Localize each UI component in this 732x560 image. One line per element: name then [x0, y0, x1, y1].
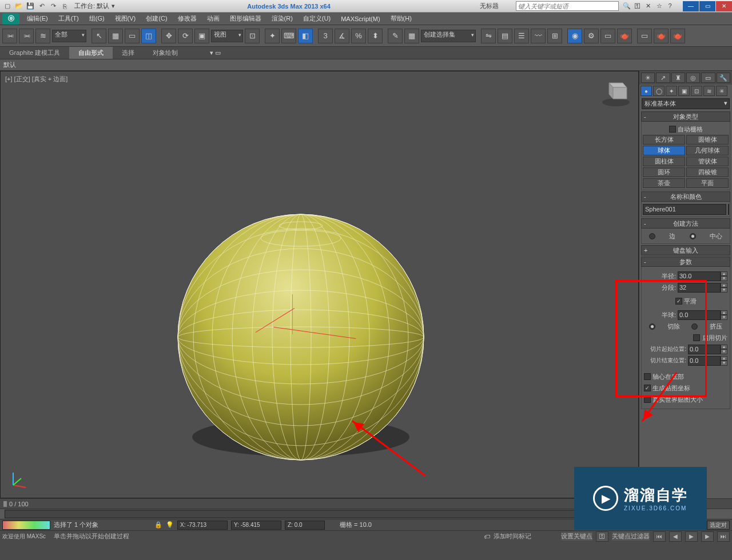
radio-squash[interactable] [691, 323, 698, 330]
angle-snap-button[interactable]: ∡ [335, 29, 349, 43]
tab-motion-icon[interactable]: ◎ [686, 73, 700, 83]
material-editor-button[interactable]: ◉ [567, 29, 582, 43]
menu-grapheditor[interactable]: 图形编辑器 [225, 14, 266, 23]
tab-modify-icon[interactable]: ↗ [656, 73, 670, 83]
spacewarps-icon[interactable]: ≋ [703, 86, 715, 96]
rotate-button[interactable]: ⟳ [178, 29, 193, 43]
unlink-button[interactable]: ⫘ [19, 29, 34, 43]
rollout-object-type[interactable]: 对象类型 [641, 111, 730, 122]
named-selection-dropdown[interactable]: 创建选择集 [421, 30, 476, 42]
goto-end-button[interactable]: ⏭ [717, 531, 730, 542]
systems-icon[interactable]: ✳ [716, 86, 727, 96]
render-button[interactable]: 🫖 [617, 29, 632, 43]
spinner-snap-button[interactable]: ⬍ [368, 29, 383, 43]
next-frame-button[interactable]: ▶ [701, 531, 714, 542]
viewport[interactable]: [+] [正交] [真实 + 边面] [0, 71, 639, 498]
render-frame-button[interactable]: ▭ [600, 29, 615, 43]
shapes-icon[interactable]: ◯ [653, 86, 665, 96]
snap3-button[interactable]: 3 [318, 29, 333, 43]
help-icon[interactable]: ? [666, 2, 674, 10]
menu-help[interactable]: 帮助(H) [385, 14, 417, 23]
redo-icon[interactable]: ↷ [48, 1, 58, 11]
goto-start-button[interactable]: ⏮ [653, 531, 666, 542]
realworld-checkbox[interactable] [644, 396, 651, 403]
named-sel-edit-button[interactable]: ✎ [388, 29, 403, 43]
geometry-icon[interactable]: ● [640, 86, 652, 96]
menu-group[interactable]: 组(G) [84, 14, 110, 23]
viewport-label[interactable]: [+] [正交] [真实 + 边面] [5, 75, 67, 83]
tab-freeform[interactable]: 自由形式 [69, 47, 113, 59]
slice-checkbox[interactable] [693, 334, 700, 341]
radio-center[interactable] [690, 233, 696, 239]
rollout-keyboard[interactable]: 键盘输入 [641, 245, 730, 255]
menu-view[interactable]: 视图(V) [110, 14, 141, 23]
btn-torus[interactable]: 圆环 [643, 167, 685, 177]
basepivot-checkbox[interactable] [644, 373, 651, 380]
minimize-button[interactable]: — [683, 1, 699, 11]
viewcube[interactable] [600, 76, 631, 107]
primitive-category-dropdown[interactable]: 标准基本体 [642, 98, 730, 109]
menu-create[interactable]: 创建(C) [141, 14, 172, 23]
radio-chop[interactable] [649, 323, 655, 330]
btn-cone[interactable]: 圆锥体 [686, 135, 729, 145]
rollout-creation[interactable]: 创建方法 [641, 218, 730, 229]
rollout-params[interactable]: 参数 [641, 257, 730, 267]
tab-graphite[interactable]: Graphite 建模工具 [0, 47, 69, 59]
render-setup-button[interactable]: ⚙ [584, 29, 599, 43]
add-time-tag[interactable]: 添加时间标记 [494, 532, 531, 541]
teapot-render-button[interactable]: 🫖 [654, 29, 669, 43]
menu-customize[interactable]: 自定义(U) [298, 14, 336, 23]
sphere-object[interactable] [172, 209, 429, 466]
setkey-button[interactable]: 设置关键点 [561, 532, 592, 541]
select-name-button[interactable]: ▦ [108, 29, 123, 43]
layers-button[interactable]: ☰ [514, 29, 529, 43]
workspace-label[interactable]: 工作台: 默认 [72, 2, 112, 10]
named-sel-button[interactable]: ▦ [404, 29, 419, 43]
play-button[interactable]: ▶ [685, 531, 698, 542]
tab-objectpaint[interactable]: 对象绘制 [144, 47, 187, 59]
menu-maxscript[interactable]: MAXScript(M) [336, 15, 385, 22]
exchange-icon[interactable]: ✕ [644, 2, 653, 10]
new-icon[interactable]: ▢ [2, 1, 13, 11]
lock-icon[interactable]: 🔒 [154, 521, 162, 529]
object-name-input[interactable] [643, 204, 726, 215]
align-button[interactable]: ▤ [498, 29, 512, 43]
radio-edge[interactable] [649, 233, 655, 239]
link-icon[interactable]: ⎘ [59, 1, 70, 11]
isolate-icon[interactable]: 💡 [166, 521, 174, 529]
ref-coord-dropdown[interactable]: 视图 [211, 30, 243, 42]
snap-toggle-button[interactable]: ◧ [298, 29, 313, 43]
render-prod-button[interactable]: ▭ [637, 29, 652, 43]
btn-plane[interactable]: 平面 [686, 178, 729, 188]
tab-hierarchy-icon[interactable]: ♜ [671, 73, 685, 83]
slice-to-input[interactable] [688, 356, 721, 366]
cameras-icon[interactable]: ▣ [678, 86, 690, 96]
lights-icon[interactable]: ✦ [666, 86, 677, 96]
open-icon[interactable]: 📂 [14, 1, 24, 11]
pivot-button[interactable]: ⊡ [245, 29, 260, 43]
btn-tube[interactable]: 管状体 [686, 157, 729, 166]
smooth-checkbox[interactable]: ✓ [675, 298, 682, 305]
key-icon[interactable]: ⚿ [633, 2, 642, 10]
tab-create-icon[interactable]: ☀ [641, 73, 655, 83]
genuv-checkbox[interactable]: ✓ [644, 385, 651, 391]
mirror-button[interactable]: ⇋ [481, 29, 496, 43]
btn-pyramid[interactable]: 四棱锥 [686, 167, 729, 177]
binocular-icon[interactable]: 🔍 [622, 2, 631, 10]
ribbon-default-label[interactable]: 默认 [3, 61, 16, 68]
close-button[interactable]: ✕ [716, 1, 732, 11]
rollout-name-color[interactable]: 名称和颜色 [641, 191, 730, 202]
key-mode-button[interactable]: ⚿ [596, 531, 608, 542]
keyboard-shortcut-button[interactable]: ⌨ [281, 29, 296, 43]
color-ramp[interactable] [2, 521, 50, 530]
coord-y[interactable]: Y: -58.415 [231, 521, 281, 530]
maximize-button[interactable]: ▭ [699, 1, 715, 11]
helpers-icon[interactable]: ⊡ [691, 86, 702, 96]
bind-button[interactable]: ≋ [35, 29, 50, 43]
gizmo-z-axis[interactable] [292, 294, 293, 334]
btn-teapot[interactable]: 茶壶 [643, 178, 685, 188]
btn-box[interactable]: 长方体 [643, 135, 685, 145]
tab-display-icon[interactable]: ▭ [701, 73, 715, 83]
curve-editor-button[interactable]: 〰 [531, 29, 546, 43]
percent-snap-button[interactable]: % [351, 29, 366, 43]
